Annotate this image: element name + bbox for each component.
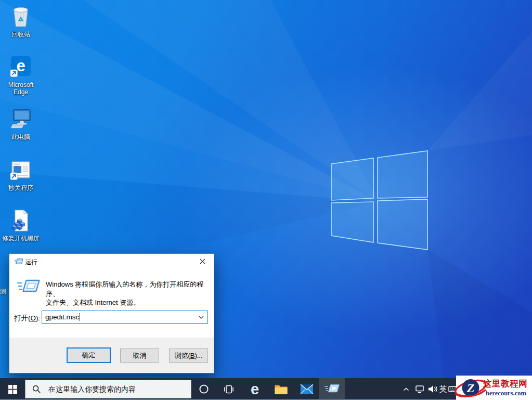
- task-view-button[interactable]: [219, 378, 238, 400]
- watermark-site-name: 这里教程网: [483, 378, 527, 390]
- taskbar-app-run[interactable]: [319, 378, 345, 400]
- cortana-icon: [199, 384, 209, 394]
- edge-icon: e: [8, 55, 33, 80]
- volume-icon: [428, 385, 437, 393]
- taskbar-app-mail[interactable]: [295, 378, 318, 400]
- close-icon: [200, 259, 205, 264]
- file-explorer-icon: [274, 383, 288, 395]
- ok-button[interactable]: 确定: [67, 347, 111, 363]
- site-watermark: Z 这里教程网 herecours.com: [456, 376, 532, 400]
- desktop-icon-recycle-bin[interactable]: 回收站: [1, 4, 41, 38]
- dialog-title: 运行: [25, 258, 37, 267]
- svg-text:e: e: [16, 57, 25, 75]
- tray-chevron-up-button[interactable]: [400, 378, 412, 400]
- browse-button[interactable]: 浏览(B)...: [169, 349, 208, 363]
- desktop-icon-microsoft-edge[interactable]: e Microsoft Edge: [1, 55, 41, 96]
- ime-indicator: 英: [439, 384, 447, 394]
- start-button[interactable]: [0, 378, 25, 400]
- mail-icon: [300, 384, 314, 394]
- run-icon: [14, 258, 23, 265]
- network-icon: [416, 385, 424, 393]
- this-pc-icon: [8, 107, 33, 132]
- tray-volume-button[interactable]: [426, 378, 439, 400]
- chevron-up-icon: [403, 388, 409, 391]
- application-window-icon: [8, 158, 33, 183]
- logo-letter: Z: [466, 381, 475, 395]
- desktop-icon-quick-close-program[interactable]: 秒关程序: [1, 158, 41, 191]
- close-button[interactable]: [191, 254, 214, 268]
- dialog-description: Windows 将根据你所输入的名称，为你打开相应的程序、 文件夹、文档或 In…: [46, 280, 211, 307]
- run-icon-large: [16, 277, 40, 295]
- tray-network-button[interactable]: [413, 378, 426, 400]
- taskbar-app-file-explorer[interactable]: [269, 378, 292, 400]
- recycle-bin-icon: [8, 4, 33, 29]
- desktop-icon-label: 回收站: [1, 31, 41, 38]
- watermark-site-url: herecours.com: [486, 390, 526, 397]
- text-cursor: [80, 313, 80, 321]
- desktop-icon-this-pc[interactable]: 此电脑: [1, 107, 41, 140]
- desktop-icon-fix-boot-black-screen[interactable]: 修复开机黑屏: [1, 208, 41, 242]
- desktop-icon-label: Microsoft Edge: [1, 81, 41, 96]
- windows-start-icon: [8, 385, 17, 394]
- registry-file-icon: [8, 208, 33, 233]
- desktop-icon-label: 此电脑: [1, 133, 41, 140]
- run-dialog: 运行 Windows 将根据你所输入的名称，为你打开相应的程序、 文件夹、文档或…: [9, 253, 214, 373]
- desktop-icon-label: 秒关程序: [1, 184, 41, 191]
- search-icon: [32, 385, 41, 394]
- search-input[interactable]: [47, 384, 191, 394]
- taskbar-app-edge[interactable]: e: [243, 378, 266, 400]
- run-icon: [324, 382, 340, 395]
- desktop-icon-label: 修复开机黑屏: [1, 235, 41, 242]
- desktop-icon-partial-label[interactable]: 测: [0, 287, 9, 296]
- open-combobox[interactable]: gpedit.msc: [42, 311, 208, 324]
- open-input-value: gpedit.msc: [42, 313, 79, 321]
- edge-icon: e: [251, 382, 259, 397]
- chevron-down-icon[interactable]: [199, 316, 204, 319]
- task-view-icon: [224, 385, 234, 394]
- desktop: 回收站 e Microsoft Edge 此电脑 秒: [0, 0, 532, 400]
- taskbar-search-box[interactable]: [25, 380, 191, 398]
- cancel-button[interactable]: 取消: [120, 349, 159, 363]
- open-label: 打开(O):: [14, 314, 40, 323]
- dialog-titlebar[interactable]: 运行: [9, 254, 214, 268]
- cortana-button[interactable]: [194, 378, 213, 400]
